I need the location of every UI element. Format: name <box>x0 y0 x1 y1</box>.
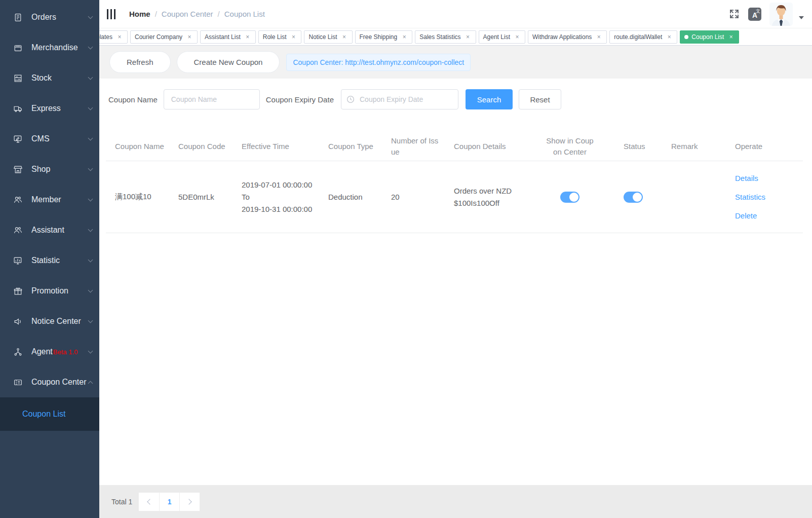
sidebar-item-orders[interactable]: Orders <box>0 2 99 32</box>
sidebar-item-cms[interactable]: CMS <box>0 124 99 154</box>
cell-operate: Details Statistics Delete <box>726 173 785 221</box>
tab-label: Free Shipping <box>360 33 398 41</box>
sidebar-item-label: Coupon Center <box>31 378 89 387</box>
sidebar-item-merchandise[interactable]: Merchandise <box>0 32 99 63</box>
close-icon[interactable]: × <box>401 33 408 41</box>
breadcrumb-coupon-center[interactable]: Coupon Center <box>162 10 213 18</box>
tab-free-shipping[interactable]: Free Shipping× <box>355 30 413 44</box>
tab-agent-list[interactable]: Agent List× <box>479 30 525 44</box>
sidebar-item-member[interactable]: Member <box>0 184 99 215</box>
tab-coupon-list[interactable]: Coupon List× <box>680 30 739 44</box>
coupon-table: Coupon Name Coupon Code Effective Time C… <box>106 132 803 233</box>
close-icon[interactable]: × <box>116 33 123 41</box>
clock-icon <box>346 95 355 103</box>
notice-icon <box>13 317 23 326</box>
chevron-down-icon <box>88 44 93 49</box>
sidebar-item-label: Member <box>31 195 89 204</box>
prev-page-button[interactable] <box>139 493 159 511</box>
action-strip: Refresh Create New Coupon Coupon Center:… <box>99 46 812 79</box>
close-icon[interactable]: × <box>666 33 673 41</box>
chevron-down-icon <box>88 227 93 232</box>
sidebar-item-agent[interactable]: AgentBeta 1.0 <box>0 337 99 367</box>
express-icon <box>13 104 23 114</box>
sidebar-item-statistic[interactable]: Statistic <box>0 245 99 276</box>
sidebar-item-coupon-list[interactable]: Coupon List <box>0 397 99 431</box>
coupon-expiry-date-picker <box>341 89 458 109</box>
col-show-in-coupon-center: Show in Coupon Center <box>521 135 614 158</box>
coupon-expiry-label: Coupon Expiry Date <box>266 95 334 104</box>
tab-sales-statistics[interactable]: Sales Statistics× <box>415 30 476 44</box>
close-icon[interactable]: × <box>290 33 297 41</box>
sidebar-item-label: Orders <box>31 13 89 22</box>
fullscreen-icon[interactable] <box>729 9 739 19</box>
chevron-down-icon <box>88 348 93 353</box>
coupon-name-label: Coupon Name <box>108 95 158 104</box>
status-toggle[interactable] <box>624 192 643 203</box>
table-header: Coupon Name Coupon Code Effective Time C… <box>106 132 803 161</box>
create-new-coupon-button[interactable]: Create New Coupon <box>177 51 280 73</box>
col-coupon-details: Coupon Details <box>445 142 521 151</box>
tab-label: Role List <box>263 33 287 41</box>
close-icon[interactable]: × <box>244 33 251 41</box>
language-icon[interactable]: A 文 <box>748 8 761 21</box>
tab-role-list[interactable]: Role List× <box>258 30 302 44</box>
reset-button[interactable]: Reset <box>519 89 561 109</box>
page-number-button[interactable]: 1 <box>159 493 179 511</box>
beta-badge: Beta 1.0 <box>53 348 78 356</box>
chevron-down-icon <box>88 287 93 292</box>
chevron-down-icon <box>88 257 93 262</box>
tab-assistant-list[interactable]: Assistant List× <box>200 30 256 44</box>
close-icon[interactable]: × <box>341 33 348 41</box>
promotion-icon <box>13 286 23 296</box>
cell-coupon-name: 满100减10 <box>106 192 169 202</box>
sidebar-item-stock[interactable]: Stock <box>0 63 99 93</box>
coupon-expiry-input[interactable] <box>341 89 458 109</box>
sidebar-item-coupon-center[interactable]: Coupon Center <box>0 367 99 397</box>
sidebar-item-label: Promotion <box>31 286 89 295</box>
avatar-dropdown-caret-icon[interactable] <box>799 16 804 19</box>
coupon-center-link[interactable]: Coupon Center: http://test.ohmynz.com/co… <box>286 54 471 71</box>
show-in-center-toggle[interactable] <box>560 192 579 203</box>
chevron-down-icon <box>88 196 93 201</box>
chevron-down-icon <box>88 318 93 323</box>
total-count: Total 1 <box>111 498 132 506</box>
cms-icon <box>13 134 23 144</box>
col-number-of-issue: Number of Issue <box>382 135 445 158</box>
sidebar-item-assistant[interactable]: Assistant <box>0 215 99 245</box>
close-icon[interactable]: × <box>186 33 193 41</box>
avatar[interactable] <box>769 3 793 26</box>
sidebar-item-shop[interactable]: Shop <box>0 154 99 184</box>
sidebar-item-label: Merchandise <box>31 43 89 52</box>
close-icon[interactable]: × <box>595 33 602 41</box>
sidebar-item-promotion[interactable]: Promotion <box>0 276 99 306</box>
breadcrumb-coupon-list: Coupon List <box>224 10 265 18</box>
statistic-icon <box>13 256 23 266</box>
coupon-name-input[interactable] <box>164 89 260 109</box>
next-page-button[interactable] <box>179 493 200 511</box>
statistics-link[interactable]: Statistics <box>735 192 780 202</box>
breadcrumb-separator: / <box>155 10 157 18</box>
tab-label: route.digitalWallet <box>614 33 662 41</box>
refresh-button[interactable]: Refresh <box>109 51 171 73</box>
tab-withdraw-applications[interactable]: Withdraw Applications× <box>528 30 607 44</box>
details-link[interactable]: Details <box>735 173 780 183</box>
delete-link[interactable]: Delete <box>735 211 780 221</box>
tab-label: Sales Statistics <box>419 33 460 41</box>
stock-icon <box>13 73 23 83</box>
col-coupon-name: Coupon Name <box>106 142 169 151</box>
tab-notice-list[interactable]: Notice List× <box>304 30 352 44</box>
pager: 1 <box>138 492 200 511</box>
tab-plates[interactable]: plates× <box>99 30 128 44</box>
close-icon[interactable]: × <box>465 33 472 41</box>
close-icon[interactable]: × <box>727 33 734 41</box>
filter-row: Coupon Name Coupon Expiry Date Search Re… <box>108 89 812 109</box>
sidebar-item-notice-center[interactable]: Notice Center <box>0 306 99 337</box>
close-icon[interactable]: × <box>514 33 521 41</box>
sidebar-toggle-icon[interactable] <box>106 7 117 21</box>
tab-route-digitalwallet[interactable]: route.digitalWallet× <box>609 30 677 44</box>
shop-icon <box>13 165 23 174</box>
tab-courier-company[interactable]: Courier Company× <box>130 30 198 44</box>
breadcrumb-home[interactable]: Home <box>129 10 150 18</box>
sidebar-item-express[interactable]: Express <box>0 93 99 124</box>
search-button[interactable]: Search <box>466 89 513 109</box>
